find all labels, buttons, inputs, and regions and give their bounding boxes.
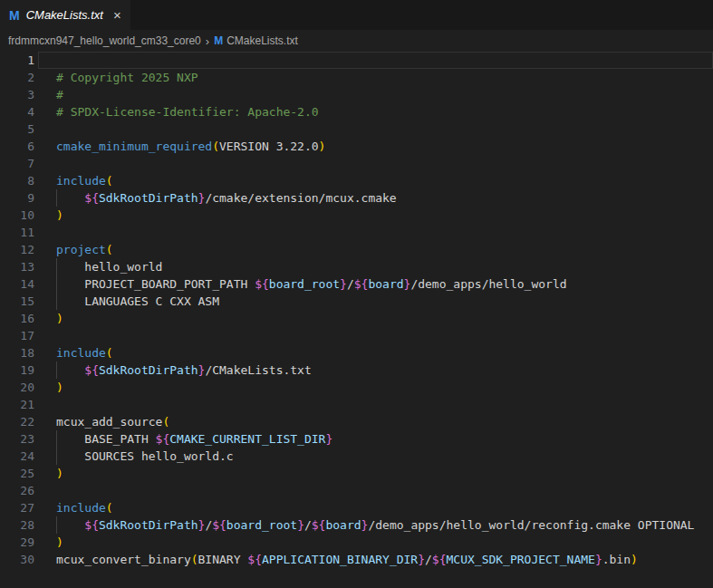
tab-close-icon[interactable]: ×: [113, 8, 121, 22]
code-line[interactable]: include(: [38, 499, 713, 516]
code-line[interactable]: # SPDX-License-Identifier: Apache-2.0: [38, 103, 713, 120]
code-token: include: [56, 501, 106, 515]
code-line[interactable]: ${SdkRootDirPath}/${board_root}/${board}…: [38, 516, 713, 534]
code-line[interactable]: LANGUAGES C CXX ASM: [38, 293, 713, 310]
code-line[interactable]: ): [38, 207, 713, 224]
code-token: SdkRootDirPath: [99, 363, 198, 377]
breadcrumb-folder[interactable]: frdmmcxn947_hello_world_cm33_core0: [8, 34, 201, 47]
code-lines[interactable]: # Copyright 2025 NXP## SPDX-License-Iden…: [38, 52, 713, 588]
code-token: (: [106, 174, 113, 188]
code-token: project: [56, 243, 106, 256]
code-token: PROJECT_BOARD_PORT_PATH: [56, 277, 255, 291]
code-line[interactable]: [38, 120, 713, 138]
indent-guide-line: [56, 293, 57, 310]
code-line-current[interactable]: [38, 52, 713, 69]
indent-guide-line: [56, 448, 57, 465]
code-line[interactable]: ${SdkRootDirPath}/CMakeLists.txt: [38, 361, 713, 379]
code-token: }: [297, 518, 304, 532]
line-number: 25: [0, 465, 34, 482]
code-token: mcux_add_source: [56, 415, 162, 429]
code-line[interactable]: [38, 396, 713, 413]
code-line[interactable]: [38, 224, 713, 241]
code-token: #: [56, 88, 63, 101]
indent-guide-line: [56, 430, 57, 448]
code-token: BINARY: [198, 553, 248, 566]
code-line[interactable]: ): [38, 465, 713, 482]
line-number: 23: [0, 430, 34, 448]
tab-bar: M CMakeLists.txt ×: [0, 0, 713, 30]
line-number: 27: [0, 499, 34, 516]
line-number: 28: [0, 516, 34, 534]
code-token: (: [106, 243, 113, 256]
code-line[interactable]: cmake_minimum_required(VERSION 3.22.0): [38, 138, 713, 155]
code-token: board_root: [226, 518, 297, 532]
code-token: /: [425, 553, 432, 566]
code-line[interactable]: # Copyright 2025 NXP: [38, 69, 713, 86]
code-token: }: [325, 432, 332, 446]
code-token: (: [212, 140, 219, 153]
line-number: 20: [0, 379, 34, 396]
code-token: include: [56, 346, 106, 360]
line-number: 16: [0, 310, 34, 327]
code-token: /CMakeLists.txt: [205, 363, 311, 377]
code-line[interactable]: [38, 327, 713, 344]
code-token: # Copyright 2025 NXP: [56, 71, 198, 84]
code-line[interactable]: include(: [38, 172, 713, 189]
code-token: ${: [255, 277, 269, 291]
code-line[interactable]: #: [38, 86, 713, 103]
line-number: 3: [0, 86, 34, 103]
code-token: VERSION 3.22.0: [219, 140, 319, 153]
code-token: /: [347, 277, 354, 291]
code-token: ): [56, 208, 63, 222]
code-line[interactable]: [38, 155, 713, 172]
code-token: [56, 518, 84, 532]
indent-guide-line: [56, 258, 57, 275]
code-line[interactable]: ${SdkRootDirPath}/cmake/extension/mcux.c…: [38, 189, 713, 207]
line-number: 22: [0, 413, 34, 430]
code-line[interactable]: ): [38, 310, 713, 327]
code-line[interactable]: hello_world: [38, 258, 713, 275]
code-token: ): [56, 467, 63, 480]
code-line[interactable]: PROJECT_BOARD_PORT_PATH ${board_root}/${…: [38, 275, 713, 293]
code-token: ${: [312, 518, 326, 532]
line-number: 5: [0, 120, 34, 138]
line-number: 15: [0, 293, 34, 310]
line-number: 9: [0, 189, 34, 207]
code-token: MCUX_SDK_PROJECT_NAME: [447, 553, 595, 566]
code-token: }: [340, 277, 347, 291]
indent-guide-line: [56, 275, 57, 293]
code-token: mcux_convert_binary: [56, 553, 191, 566]
code-token: CMAKE_CURRENT_LIST_DIR: [169, 432, 325, 446]
code-token: include: [56, 174, 106, 188]
code-token: }: [595, 553, 602, 566]
breadcrumb-file[interactable]: CMakeLists.txt: [226, 34, 298, 47]
gutter: 1234567891011121314151617181920212223242…: [0, 52, 38, 588]
code-line[interactable]: BASE_PATH ${CMAKE_CURRENT_LIST_DIR}: [38, 430, 713, 448]
indent-guide-line: [56, 189, 57, 207]
tab-label: CMakeLists.txt: [26, 8, 103, 22]
code-token: ${: [84, 518, 99, 532]
code-token: [56, 191, 84, 205]
code-token: }: [418, 553, 425, 566]
code-token: # SPDX-License-Identifier: Apache-2.0: [56, 105, 319, 119]
code-line[interactable]: ): [38, 379, 713, 396]
code-line[interactable]: mcux_convert_binary(BINARY ${APPLICATION…: [38, 551, 713, 568]
code-token: ${: [432, 553, 447, 566]
line-number: 8: [0, 172, 34, 189]
code-token: BASE_PATH: [56, 432, 156, 446]
tab-cmakelists[interactable]: M CMakeLists.txt ×: [0, 0, 130, 30]
code-editor[interactable]: 1234567891011121314151617181920212223242…: [0, 52, 713, 588]
code-line[interactable]: SOURCES hello_world.c: [38, 448, 713, 465]
code-token: ): [319, 140, 326, 153]
line-number: 4: [0, 103, 34, 120]
line-number: 1: [0, 52, 34, 69]
code-line[interactable]: include(: [38, 344, 713, 361]
code-token: cmake_minimum_required: [56, 140, 212, 153]
line-number: 30: [0, 551, 34, 568]
code-token: ): [56, 535, 63, 549]
line-number: 2: [0, 69, 34, 86]
code-line[interactable]: project(: [38, 241, 713, 258]
code-line[interactable]: [38, 482, 713, 499]
code-line[interactable]: mcux_add_source(: [38, 413, 713, 430]
code-line[interactable]: ): [38, 534, 713, 551]
